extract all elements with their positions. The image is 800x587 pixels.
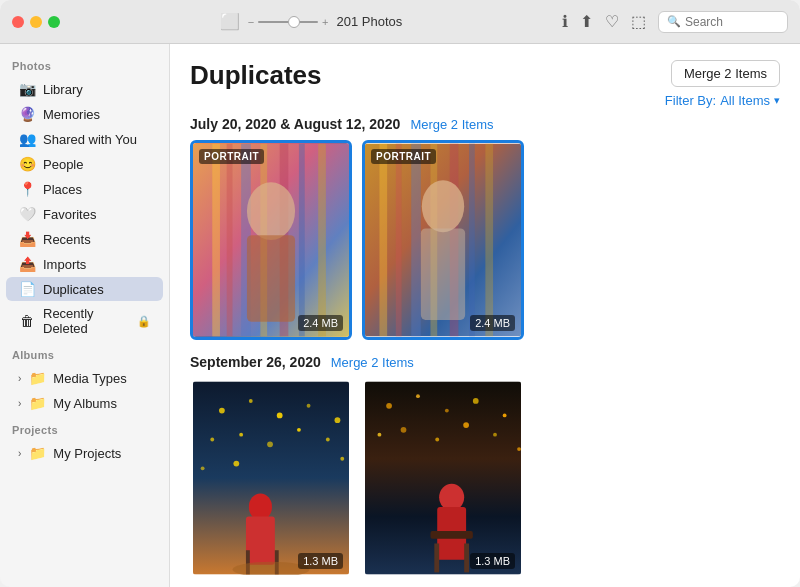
chevron-icon: › (18, 373, 21, 384)
svg-point-30 (326, 438, 330, 442)
svg-point-44 (503, 413, 507, 417)
sidebar-item-people[interactable]: 😊 People (6, 152, 163, 176)
sidebar-item-shared-with-you[interactable]: 👥 Shared with You (6, 127, 163, 151)
minimize-button[interactable] (30, 16, 42, 28)
memories-icon: 🔮 (18, 106, 36, 122)
search-icon: 🔍 (667, 15, 681, 28)
shared-icon: 👥 (18, 131, 36, 147)
sidebar-label-memories: Memories (43, 107, 100, 122)
svg-point-29 (297, 428, 301, 432)
sidebar-label-people: People (43, 157, 83, 172)
svg-point-26 (210, 438, 214, 442)
svg-point-21 (219, 408, 225, 414)
sidebar: Photos 📷 Library 🔮 Memories 👥 Shared wit… (0, 44, 170, 587)
date-group-2: September 26, 2020 Merge 2 Items (190, 354, 780, 578)
photos-section-label: Photos (0, 52, 169, 76)
trash-icon: 🗑 (18, 313, 36, 329)
svg-point-24 (307, 404, 311, 408)
photo-count: 201 Photos (337, 14, 403, 29)
photos-grid-1: PORTRAIT 2.4 MB (190, 140, 780, 340)
toolbar-center: ⬜ − + 201 Photos (72, 12, 550, 31)
search-box[interactable]: 🔍 (658, 11, 788, 33)
sidebar-item-memories[interactable]: 🔮 Memories (6, 102, 163, 126)
chevron-icon: › (18, 398, 21, 409)
filter-chevron-icon: ▾ (774, 94, 780, 107)
sidebar-label-my-projects: My Projects (53, 446, 121, 461)
sidebar-group-my-projects[interactable]: › 📁 My Projects (6, 441, 163, 465)
maximize-button[interactable] (48, 16, 60, 28)
merge-all-button[interactable]: Merge 2 Items (671, 60, 780, 87)
traffic-lights (12, 16, 60, 28)
close-button[interactable] (12, 16, 24, 28)
sidebar-label-library: Library (43, 82, 83, 97)
svg-rect-54 (464, 543, 469, 572)
sidebar-label-recently-deleted: Recently Deleted (43, 306, 126, 336)
sidebar-item-favorites[interactable]: 🤍 Favorites (6, 202, 163, 226)
recents-icon: 📥 (18, 231, 36, 247)
info-icon[interactable]: ℹ (562, 12, 568, 31)
sidebar-item-imports[interactable]: 📤 Imports (6, 252, 163, 276)
svg-point-33 (340, 457, 344, 461)
photo-card[interactable]: PORTRAIT 2.4 MB (362, 140, 524, 340)
sidebar-item-recently-deleted[interactable]: 🗑 Recently Deleted 🔒 (6, 302, 163, 340)
sidebar-item-library[interactable]: 📷 Library (6, 77, 163, 101)
toolbar-actions: ℹ ⬆ ♡ ⬚ 🔍 (562, 11, 788, 33)
photo-card[interactable]: 1.3 MB (190, 378, 352, 578)
heart-icon[interactable]: ♡ (605, 12, 619, 31)
zoom-slider[interactable]: − + (248, 16, 329, 28)
chevron-icon: › (18, 448, 21, 459)
svg-point-50 (517, 447, 521, 451)
my-albums-folder-icon: 📁 (28, 395, 46, 411)
sidebar-item-places[interactable]: 📍 Places (6, 177, 163, 201)
crop-icon[interactable]: ⬚ (631, 12, 646, 31)
svg-point-8 (247, 182, 295, 240)
svg-rect-6 (299, 144, 305, 337)
svg-point-46 (401, 427, 407, 433)
sidebar-item-duplicates[interactable]: 📄 Duplicates (6, 277, 163, 301)
date-label-1: July 20, 2020 & August 12, 2020 (190, 116, 400, 132)
svg-point-48 (463, 422, 469, 428)
svg-point-40 (386, 403, 392, 409)
svg-point-43 (473, 398, 479, 404)
search-input[interactable] (685, 15, 779, 29)
svg-point-25 (335, 417, 341, 423)
svg-point-51 (439, 484, 464, 511)
svg-rect-35 (246, 517, 275, 565)
library-icon: 📷 (18, 81, 36, 97)
content-header: Duplicates Merge 2 Items Filter By: All … (190, 60, 780, 108)
sidebar-label-my-albums: My Albums (53, 396, 117, 411)
filter-value[interactable]: All Items (720, 93, 770, 108)
my-projects-folder-icon: 📁 (28, 445, 46, 461)
portrait-badge: PORTRAIT (371, 149, 436, 164)
filter-label: Filter By: (665, 93, 716, 108)
date-header-1: July 20, 2020 & August 12, 2020 Merge 2 … (190, 116, 780, 132)
photo-card[interactable]: 1.3 MB (362, 378, 524, 578)
merge-link-1[interactable]: Merge 2 Items (410, 117, 493, 132)
sidebar-toggle-icon[interactable]: ⬜ (220, 12, 240, 31)
places-icon: 📍 (18, 181, 36, 197)
size-badge: 2.4 MB (470, 315, 515, 331)
portrait-badge: PORTRAIT (199, 149, 264, 164)
svg-point-47 (435, 438, 439, 442)
favorites-icon: 🤍 (18, 206, 36, 222)
albums-section-label: Albums (0, 341, 169, 365)
photos-grid-2: 1.3 MB (190, 378, 780, 578)
sidebar-group-my-albums[interactable]: › 📁 My Albums (6, 391, 163, 415)
photo-card[interactable]: PORTRAIT 2.4 MB (190, 140, 352, 340)
svg-rect-17 (485, 144, 493, 337)
svg-rect-12 (396, 144, 402, 337)
sidebar-item-recents[interactable]: 📥 Recents (6, 227, 163, 251)
sidebar-group-media-types[interactable]: › 📁 Media Types (6, 366, 163, 390)
svg-rect-9 (247, 235, 295, 322)
filter-bar: Filter By: All Items ▾ (665, 93, 780, 108)
size-badge: 2.4 MB (298, 315, 343, 331)
page-title: Duplicates (190, 60, 322, 91)
sidebar-label-favorites: Favorites (43, 207, 96, 222)
share-icon[interactable]: ⬆ (580, 12, 593, 31)
svg-rect-11 (379, 144, 387, 337)
svg-point-34 (249, 493, 272, 520)
svg-rect-1 (212, 144, 220, 337)
svg-rect-19 (421, 228, 465, 319)
svg-point-32 (233, 461, 239, 467)
merge-link-2[interactable]: Merge 2 Items (331, 355, 414, 370)
